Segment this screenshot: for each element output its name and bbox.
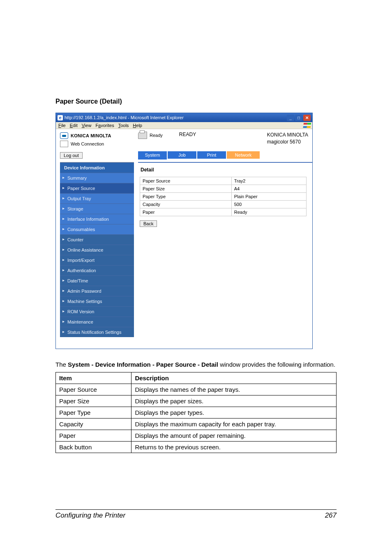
sidebar-item-storage[interactable]: Storage bbox=[60, 204, 134, 214]
tab-job[interactable]: Job bbox=[168, 151, 196, 159]
ie-titlebar: e http://192.168.1.2/a_index.html - Micr… bbox=[56, 113, 312, 122]
ie-logo-icon: e bbox=[58, 115, 63, 120]
tab-print[interactable]: Print bbox=[197, 151, 226, 159]
window-controls: _ □ ✕ bbox=[287, 115, 311, 121]
body-text-suffix: window provides the following informatio… bbox=[218, 361, 335, 368]
brand-name: KONICA MINOLTA bbox=[71, 133, 111, 138]
table-row: PaperReady bbox=[140, 208, 307, 216]
sidebar: Device Information Summary Paper Source … bbox=[56, 162, 138, 343]
sidebar-item-maintenance[interactable]: Maintenance bbox=[60, 317, 134, 327]
konica-minolta-logo-icon bbox=[60, 132, 68, 139]
desc-cell: Returns to the previous screen. bbox=[131, 442, 337, 453]
menu-favorites[interactable]: Favorites bbox=[95, 123, 114, 128]
brandbar: KONICA MINOLTA Web Connection bbox=[56, 129, 138, 150]
item-cell: Capacity bbox=[56, 419, 131, 430]
desc-cell: Displays the paper sizes. bbox=[131, 395, 337, 407]
sidebar-item-import-export[interactable]: Import/Export bbox=[60, 255, 134, 265]
tabs: System Job Print Network bbox=[138, 150, 312, 162]
footer-left: Configuring the Printer bbox=[55, 511, 125, 520]
table-row: Paper TypeDisplays the paper types. bbox=[56, 407, 337, 419]
menu-tools[interactable]: Tools bbox=[118, 123, 129, 128]
ie-title: http://192.168.1.2/a_index.html - Micros… bbox=[65, 115, 184, 120]
detail-value: A4 bbox=[231, 185, 306, 193]
menu-file[interactable]: File bbox=[58, 123, 66, 128]
detail-key: Capacity bbox=[140, 201, 232, 208]
sidebar-item-counter[interactable]: Counter bbox=[60, 234, 134, 245]
status-ready-small: Ready bbox=[150, 133, 163, 138]
web-connection-label: Web Connection bbox=[71, 141, 104, 146]
desc-cell: Displays the names of the paper trays. bbox=[131, 384, 337, 395]
menu-view[interactable]: View bbox=[82, 123, 92, 128]
model-line2: magicolor 5670 bbox=[267, 139, 308, 146]
sidebar-item-authentication[interactable]: Authentication bbox=[60, 265, 134, 275]
table-row: PaperDisplays the amount of paper remain… bbox=[56, 430, 337, 442]
detail-value: 500 bbox=[231, 201, 306, 208]
sidebar-item-summary[interactable]: Summary bbox=[60, 173, 134, 183]
page-scope-icon bbox=[60, 141, 68, 147]
sidebar-item-rom-version[interactable]: ROM Version bbox=[60, 306, 134, 317]
detail-value: Tray2 bbox=[231, 177, 306, 185]
model-info: KONICA MINOLTA magicolor 5670 bbox=[267, 132, 308, 146]
item-cell: Back button bbox=[56, 442, 131, 453]
sidebar-item-consumables[interactable]: Consumables bbox=[60, 224, 134, 234]
sidebar-header-device-info[interactable]: Device Information bbox=[60, 162, 134, 173]
tab-network[interactable]: Network bbox=[227, 151, 260, 159]
footer-page-number: 267 bbox=[325, 511, 337, 520]
desc-cell: Displays the maximum capacity for each p… bbox=[131, 419, 337, 430]
item-cell: Paper Size bbox=[56, 395, 131, 407]
model-line1: KONICA MINOLTA bbox=[267, 132, 308, 139]
logout-button[interactable]: Log out bbox=[60, 152, 83, 159]
sidebar-item-admin-password[interactable]: Admin Password bbox=[60, 286, 134, 296]
sidebar-item-date-time[interactable]: Date/Time bbox=[60, 275, 134, 286]
printer-icon bbox=[138, 132, 147, 139]
sidebar-item-paper-source[interactable]: Paper Source bbox=[60, 183, 134, 193]
sidebar-item-output-tray[interactable]: Output Tray bbox=[60, 193, 134, 204]
detail-title: Detail bbox=[140, 167, 307, 173]
page-footer: Configuring the Printer 267 bbox=[55, 509, 337, 520]
description-table: Item Description Paper SourceDisplays th… bbox=[55, 372, 337, 453]
table-row: Paper SourceTray2 bbox=[140, 177, 307, 185]
table-row: Paper SizeDisplays the paper sizes. bbox=[56, 395, 337, 407]
ie-flag-icon bbox=[303, 123, 311, 130]
close-icon[interactable]: ✕ bbox=[303, 115, 311, 121]
table-row: Back buttonReturns to the previous scree… bbox=[56, 442, 337, 453]
table-row: Capacity500 bbox=[140, 201, 307, 208]
sidebar-item-online-assistance[interactable]: Online Assistance bbox=[60, 245, 134, 255]
detail-key: Paper Type bbox=[140, 193, 232, 201]
item-cell: Paper Type bbox=[56, 407, 131, 419]
maximize-icon[interactable]: □ bbox=[295, 115, 302, 121]
detail-key: Paper bbox=[140, 208, 232, 216]
status-ready-big: READY bbox=[179, 132, 196, 137]
detail-value: Plain Paper bbox=[231, 193, 306, 201]
table-row: Paper SourceDisplays the names of the pa… bbox=[56, 384, 337, 395]
tab-system[interactable]: System bbox=[138, 151, 167, 159]
ie-menubar: File Edit View Favorites Tools Help bbox=[56, 122, 312, 129]
desc-cell: Displays the amount of paper remaining. bbox=[131, 430, 337, 442]
sidebar-item-machine-settings[interactable]: Machine Settings bbox=[60, 296, 134, 306]
table-row: CapacityDisplays the maximum capacity fo… bbox=[56, 419, 337, 430]
detail-key: Paper Size bbox=[140, 185, 232, 193]
menu-help[interactable]: Help bbox=[133, 123, 142, 128]
table-row: Paper TypePlain Paper bbox=[140, 193, 307, 201]
sidebar-item-status-notification[interactable]: Status Notification Settings bbox=[60, 327, 134, 337]
back-button[interactable]: Back bbox=[140, 220, 157, 227]
item-cell: Paper bbox=[56, 430, 131, 442]
ie-window: e http://192.168.1.2/a_index.html - Micr… bbox=[55, 113, 313, 349]
minimize-icon[interactable]: _ bbox=[287, 115, 294, 121]
item-cell: Paper Source bbox=[56, 384, 131, 395]
menu-edit[interactable]: Edit bbox=[70, 123, 78, 128]
body-text-bold: System - Device Information - Paper Sour… bbox=[68, 361, 218, 368]
table-header-item: Item bbox=[56, 372, 131, 384]
body-text-prefix: The bbox=[55, 361, 68, 368]
detail-table: Paper SourceTray2 Paper SizeA4 Paper Typ… bbox=[140, 177, 307, 216]
table-header-description: Description bbox=[131, 372, 337, 384]
detail-value: Ready bbox=[231, 208, 306, 216]
table-row: Paper SizeA4 bbox=[140, 185, 307, 193]
desc-cell: Displays the paper types. bbox=[131, 407, 337, 419]
status-area: Ready READY KONICA MINOLTA magicolor 567… bbox=[138, 129, 312, 150]
sidebar-item-interface-info[interactable]: Interface Information bbox=[60, 214, 134, 224]
section-heading: Paper Source (Detail) bbox=[55, 98, 337, 105]
detail-key: Paper Source bbox=[140, 177, 232, 185]
detail-pane: Detail Paper SourceTray2 Paper SizeA4 Pa… bbox=[138, 162, 312, 343]
